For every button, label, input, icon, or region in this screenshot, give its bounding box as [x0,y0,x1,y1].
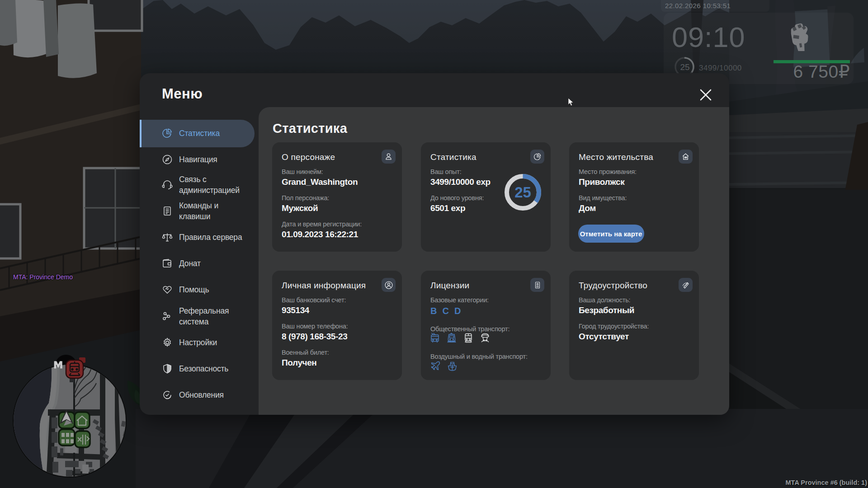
svg-text:25: 25 [514,184,531,201]
